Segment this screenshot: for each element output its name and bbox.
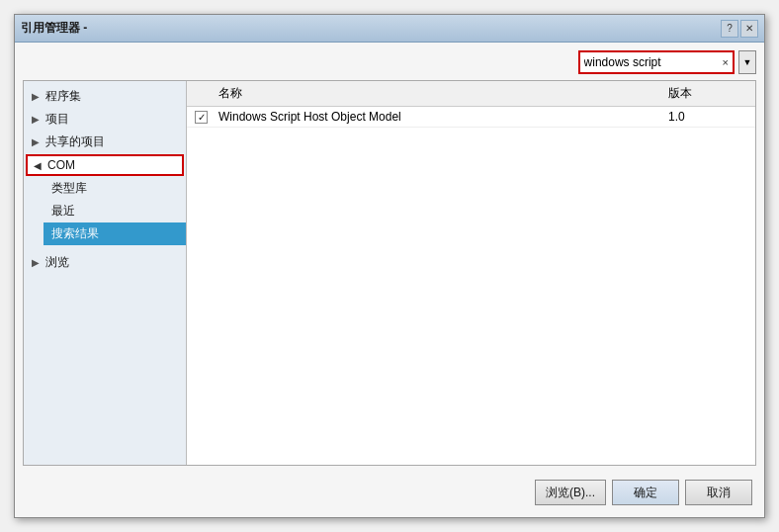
sidebar-item-projects[interactable]: ▶ 项目 [24,108,186,131]
assemblies-arrow: ▶ [32,91,45,102]
com-subitems: 类型库 最近 搜索结果 [24,177,186,245]
dialog-title: 引用管理器 - [21,20,87,37]
ok-button[interactable]: 确定 [612,480,679,505]
projects-label: 项目 [45,111,69,128]
main-area: ▶ 程序集 ▶ 项目 ▶ 共享的项目 ◀ COM 类型库 最近 [23,80,756,466]
row-checkbox[interactable] [195,111,208,124]
com-label: COM [47,158,75,172]
sidebar-subitem-searchresults[interactable]: 搜索结果 [43,222,186,245]
cancel-button[interactable]: 取消 [685,480,752,505]
title-controls: ? ✕ [721,20,758,38]
sidebar-item-com[interactable]: ◀ COM [26,154,184,176]
assemblies-label: 程序集 [45,88,81,105]
sidebar-subitem-typelibrary[interactable]: 类型库 [43,177,186,200]
shared-label: 共享的项目 [45,133,105,150]
row-name: Windows Script Host Object Model [218,110,668,124]
table-row[interactable]: Windows Script Host Object Model 1.0 [187,107,755,128]
com-arrow: ◀ [34,160,47,171]
projects-arrow: ▶ [32,114,45,125]
browse-arrow: ▶ [32,257,45,268]
content-area: 名称 版本 Windows Script Host Object Model 1… [187,81,755,465]
shared-arrow: ▶ [32,136,45,147]
title-bar: 引用管理器 - ? ✕ [15,15,764,43]
sidebar-item-browse[interactable]: ▶ 浏览 [24,251,186,274]
col-name-header: 名称 [218,85,668,102]
sidebar-subitem-recent[interactable]: 最近 [43,200,186,222]
search-dropdown-button[interactable]: ▼ [738,50,756,74]
sidebar-item-shared[interactable]: ▶ 共享的项目 [24,131,186,153]
dialog-window: 引用管理器 - ? ✕ × ▼ ▶ 程序集 ▶ [14,14,765,518]
browse-label: 浏览 [45,254,69,271]
checkbox-cell [195,111,218,124]
table-header: 名称 版本 [187,81,755,107]
col-version-header: 版本 [668,85,747,102]
dialog-content: × ▼ ▶ 程序集 ▶ 项目 ▶ 共享的项目 ◀ [15,43,764,517]
search-clear-button[interactable]: × [719,52,733,72]
sidebar-item-assemblies[interactable]: ▶ 程序集 [24,85,186,108]
sidebar: ▶ 程序集 ▶ 项目 ▶ 共享的项目 ◀ COM 类型库 最近 [24,81,187,465]
search-box: × [578,50,735,74]
help-button[interactable]: ? [721,20,738,38]
search-input[interactable] [580,52,719,72]
top-bar: × ▼ [23,50,756,74]
row-version: 1.0 [668,110,747,124]
close-button[interactable]: ✕ [740,20,758,38]
bottom-bar: 浏览(B)... 确定 取消 [23,472,756,509]
browse-button[interactable]: 浏览(B)... [535,480,606,505]
